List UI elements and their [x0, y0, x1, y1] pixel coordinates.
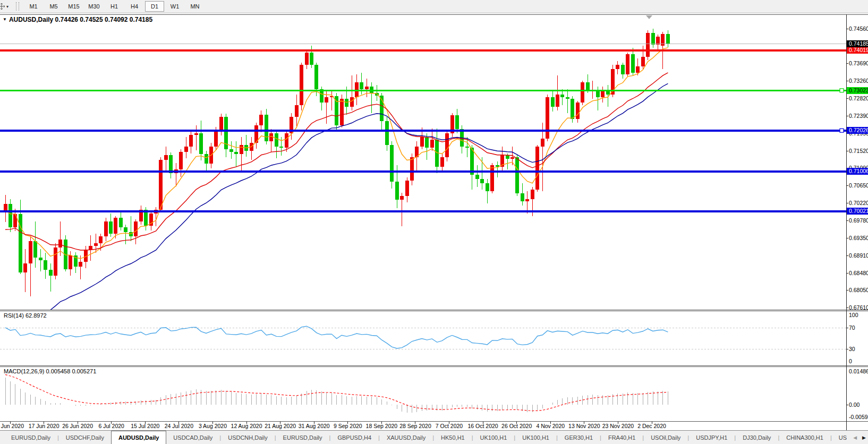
- date-axis-label: 18 Sep 2020: [366, 423, 398, 429]
- price-tag-0.71006: 0.71006: [847, 168, 868, 175]
- timeframe-m30[interactable]: M30: [84, 1, 104, 12]
- tab-usdcnh-daily[interactable]: USDCNH,Daily: [221, 431, 275, 444]
- date-axis-label: 3 Aug 2020: [199, 423, 227, 429]
- date-axis-label: 26 Jun 2020: [62, 423, 93, 429]
- tab-gbpusd-h4[interactable]: GBPUSD,H4: [330, 431, 378, 444]
- date-axis-label: 15 Jul 2020: [131, 423, 159, 429]
- price-axis-label: 0.72390: [849, 113, 868, 119]
- chart-canvas[interactable]: 0.745600.736900.732600.728200.723900.719…: [0, 0, 868, 430]
- mt4-window: ▾ M1M5M15M30H1H4D1W1MN 0.745600.736900.7…: [0, 0, 868, 444]
- date-axis-label: 13 Nov 2020: [568, 423, 600, 429]
- timeframe-m5[interactable]: M5: [44, 1, 63, 12]
- date-axis-label: 28 Sep 2020: [399, 423, 431, 429]
- chart-tab-bar: EURUSD,Daily|USDCHF,DailyAUDUSD,DailyUSD…: [0, 430, 868, 444]
- tab-china300-h1[interactable]: CHINA300,H1: [779, 431, 830, 444]
- timeframe-d1[interactable]: D1: [145, 1, 164, 12]
- price-axis-label: 0.70650: [849, 182, 868, 189]
- tab-usdcad-daily[interactable]: USDCAD,Daily: [166, 431, 219, 444]
- timeframe-mn[interactable]: MN: [185, 1, 205, 12]
- tabs-scroll-left-icon[interactable]: ◀: [853, 435, 857, 440]
- date-axis-label: 31 Aug 2020: [299, 423, 330, 429]
- tab-dj30-daily[interactable]: DJ30,Daily: [736, 431, 778, 444]
- hline-handle[interactable]: [840, 89, 844, 92]
- tab-uk100-h1[interactable]: UK100,H1: [473, 431, 514, 444]
- triangle-down-icon[interactable]: ▼: [3, 17, 7, 22]
- price-axis-label: 0.67610: [849, 304, 868, 311]
- date-axis-label: 21 Aug 2020: [265, 423, 296, 429]
- timeframe-w1[interactable]: W1: [165, 1, 184, 12]
- tab-usoil-h[interactable]: USOil,H: [832, 431, 847, 444]
- svg-text:0.72026: 0.72026: [849, 127, 868, 133]
- svg-text:0.70021: 0.70021: [849, 208, 868, 214]
- price-axis-label: 0.68050: [849, 287, 868, 293]
- svg-text:0.74185: 0.74185: [849, 40, 868, 47]
- date-axis-label: 4 Nov 2020: [536, 423, 565, 429]
- price-tag-0.73023: 0.73023: [847, 87, 868, 94]
- crosshair-move-icon[interactable]: [0, 2, 5, 11]
- date-axis-label: 16 Oct 2020: [468, 423, 498, 429]
- date-axis-label: 23 Nov 2020: [602, 423, 634, 429]
- tab-xauusd-daily[interactable]: XAUUSD,Daily: [380, 431, 432, 444]
- tab-eurusd-daily[interactable]: EURUSD,Daily: [276, 431, 329, 444]
- tab-usdchf-daily[interactable]: USDCHF,Daily: [59, 431, 111, 444]
- price-axis-label: 0.69780: [849, 217, 868, 224]
- price-axis-label: 0.70220: [849, 200, 868, 206]
- date-axis-label: 7 Oct 2020: [436, 423, 463, 429]
- hline-handle[interactable]: [840, 129, 844, 132]
- chart-tabs: EURUSD,Daily|USDCHF,DailyAUDUSD,DailyUSD…: [0, 431, 847, 444]
- indicator-axis-label: 30: [849, 346, 855, 352]
- date-axis-label: 12 Aug 2020: [231, 423, 262, 429]
- price-axis-label: 0.74560: [849, 25, 868, 32]
- tab-audusd-daily[interactable]: AUDUSD,Daily: [111, 431, 166, 444]
- indicator-axis-label: 0.014861: [849, 368, 868, 374]
- svg-text:0.73023: 0.73023: [849, 87, 868, 93]
- date-axis-label: 26 Oct 2020: [501, 423, 532, 429]
- date-axis-label: 8 Jun 2020: [0, 423, 24, 429]
- price-axis-label: 0.71520: [849, 148, 868, 154]
- timeframe-m1[interactable]: M1: [24, 1, 43, 12]
- current-price-tag: 0.74185: [847, 40, 868, 47]
- svg-text:0.71006: 0.71006: [849, 168, 868, 174]
- tab-ger30-h1[interactable]: GER30,H1: [558, 431, 600, 444]
- price-axis-label: 0.72820: [849, 95, 868, 101]
- price-axis-label: 0.73260: [849, 78, 868, 84]
- timeframe-h4[interactable]: H4: [125, 1, 144, 12]
- tab-usoil-daily[interactable]: USOil,Daily: [644, 431, 687, 444]
- date-axis-label: 6 Jul 2020: [99, 423, 125, 429]
- date-axis-label: 17 Jun 2020: [29, 423, 59, 429]
- macd-indicator-label: MACD(12,26,9) 0.005458 0.005271: [4, 368, 96, 374]
- chart-title: ▼AUDUSD,Daily 0.74426 0.74525 0.74092 0.…: [3, 16, 152, 23]
- chart-title-text: AUDUSD,Daily 0.74426 0.74525 0.74092 0.7…: [9, 16, 152, 23]
- date-axis-label: 24 Jul 2020: [165, 423, 193, 429]
- indicator-axis-label: 100: [849, 312, 858, 318]
- tab-fra40-h1[interactable]: FRA40,H1: [601, 431, 642, 444]
- tab-eurusd-daily[interactable]: EURUSD,Daily: [4, 431, 57, 444]
- date-axis-label: 9 Sep 2020: [334, 423, 362, 429]
- date-axis-label: 2 Dec 2020: [637, 423, 666, 429]
- indicator-axis-label: -0.00593: [849, 414, 868, 420]
- timeframe-m15[interactable]: M15: [64, 1, 83, 12]
- tabs-scroll-right-icon[interactable]: ▶: [862, 435, 866, 440]
- price-axis-label: 0.68910: [849, 252, 868, 259]
- tab-hk50-h1[interactable]: HK50,H1: [434, 431, 472, 444]
- indicator-axis-label: 70: [849, 325, 855, 331]
- timeframe-h1[interactable]: H1: [105, 1, 124, 12]
- indicator-axis-label: 0: [849, 358, 852, 364]
- price-tag-0.70021: 0.70021: [847, 208, 868, 215]
- svg-text:0.74019: 0.74019: [849, 47, 868, 53]
- price-axis-label: 0.68480: [849, 270, 868, 276]
- price-tag-0.72026: 0.72026: [847, 127, 868, 134]
- price-axis-label: 0.69350: [849, 235, 868, 241]
- indicator-axis-label: 0.00: [849, 402, 860, 408]
- toolbar-grip[interactable]: [16, 2, 19, 11]
- rsi-indicator-label: RSI(14) 62.8972: [4, 312, 47, 319]
- tab-usdjpy-h1[interactable]: USDJPY,H1: [689, 431, 734, 444]
- tab-uk100-h1[interactable]: UK100,H1: [515, 431, 556, 444]
- timeframe-toolbar: ▾ M1M5M15M30H1H4D1W1MN: [0, 0, 868, 13]
- tab-scroll-controls: ◀ ▶: [850, 431, 866, 444]
- price-tag-0.74019: 0.74019: [847, 47, 868, 54]
- price-axis-label: 0.73690: [849, 60, 868, 66]
- chevron-down-icon[interactable]: ▾: [6, 4, 8, 9]
